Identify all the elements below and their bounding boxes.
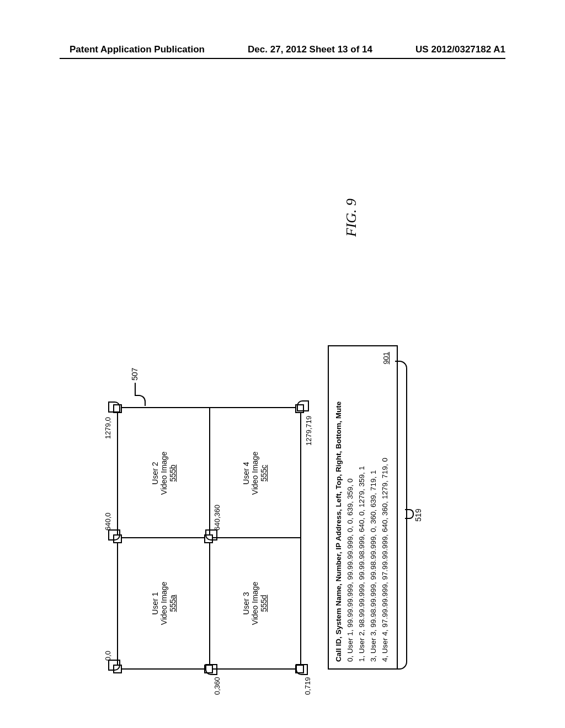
header-center: Dec. 27, 2012 Sheet 13 of 14: [248, 44, 372, 55]
cell-ref: 555c: [259, 465, 268, 481]
coord-label: 640,0: [104, 512, 112, 531]
coord-label: 0,360: [213, 677, 221, 695]
coord-label: 1279,0: [104, 417, 112, 439]
cell-label: Video Image: [250, 452, 259, 495]
metadata-table: Call ID, System Name, Number, IP Address…: [328, 345, 398, 670]
coord-text: 1279,719: [305, 416, 313, 446]
coord-label: 1279,719: [305, 416, 313, 446]
coord-label: 0,0: [104, 651, 112, 661]
coord-text: 640,0: [104, 512, 112, 531]
cell-ref: 555a: [168, 595, 177, 612]
coord-label: 640,360: [213, 505, 221, 531]
ref-901: 901: [381, 352, 392, 365]
header-rule: [60, 58, 505, 59]
figure-label: FIG. 9: [343, 199, 360, 237]
coord-text: 0,360: [213, 677, 221, 695]
cell-label: Video Image: [159, 582, 168, 625]
cell-label: User 1: [151, 592, 159, 614]
coord-text: 1279,0: [104, 417, 112, 439]
cell-ref: 555b: [168, 464, 177, 481]
page-header: Patent Application Publication Dec. 27, …: [0, 44, 565, 55]
cell-ref: 555d: [259, 595, 268, 612]
cell-user1: User 1 Video Image 555a: [118, 538, 209, 668]
cell-label: User 4: [242, 462, 250, 484]
cell-label: Video Image: [159, 452, 168, 495]
coord-text: 0,719: [303, 677, 312, 695]
ref-507: 507: [130, 368, 139, 381]
header-right: US 2012/0327182 A1: [415, 44, 505, 55]
cell-label: User 3: [242, 592, 250, 614]
table-row: 4, User 4, 97.99.99.999, 97.99.99.999, 6…: [380, 353, 391, 662]
table-row: 1, User 2, 98.99.99.999, 99.99.98.999, 6…: [356, 353, 368, 662]
leader-curve: [135, 395, 146, 406]
table-row: 0, User 1, 99.99.99.999, 99.99.99.999, 0…: [345, 353, 356, 662]
cell-user2: User 2 Video Image 555b: [118, 408, 209, 538]
table-header: Call ID, System Name, Number, IP Address…: [333, 353, 345, 662]
figure-rotated: User 1 Video Image 555a User 2 Video Ima…: [102, 183, 463, 708]
page: Patent Application Publication Dec. 27, …: [0, 0, 565, 728]
coord-label: 0,719: [303, 677, 312, 695]
table-row: 3, User 3, 99.98.99.999, 99.98.99.999, 0…: [368, 353, 380, 662]
ref-519: 519: [414, 361, 423, 670]
figure-area: User 1 Video Image 555a User 2 Video Ima…: [102, 183, 463, 708]
cell-label: User 2: [151, 462, 159, 484]
brace-icon: [395, 361, 412, 670]
cell-label: Video Image: [250, 582, 259, 625]
header-left: Patent Application Publication: [70, 44, 205, 55]
leader: [135, 383, 136, 396]
cell-user4: User 4 Video Image 555c: [209, 408, 300, 538]
cell-user3: User 3 Video Image 555d: [209, 538, 300, 668]
coord-text: 640,360: [213, 505, 221, 531]
